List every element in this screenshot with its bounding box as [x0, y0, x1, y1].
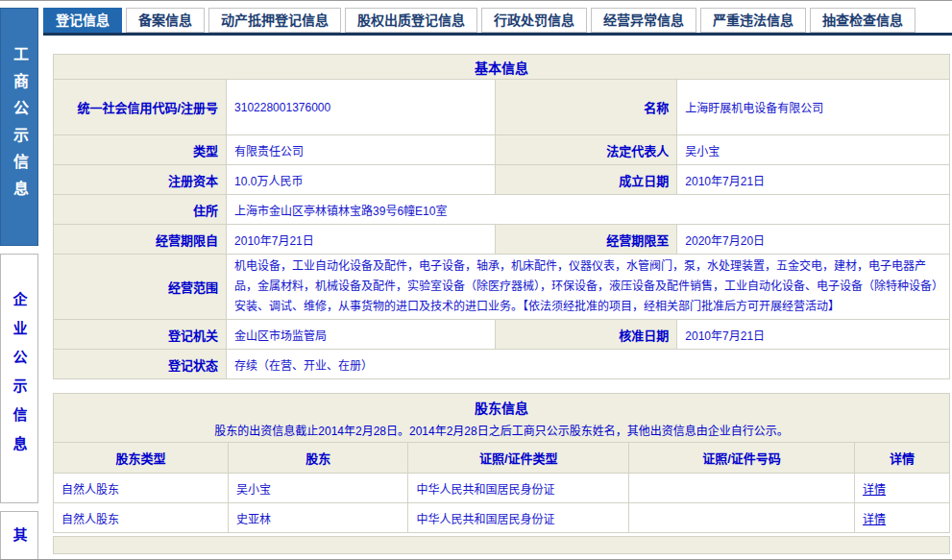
shareholder-cert-number [628, 503, 854, 533]
table-row: 住所 上海市金山区亭林镇林宝路39号6幢E10室 [54, 195, 950, 225]
table-row: 统一社会信用代码/注册号 310228001376000 名称 上海盱展机电设备… [54, 80, 950, 135]
table-row: 自然人股东 吴小宝 中华人民共和国居民身份证 详情 [54, 474, 950, 503]
column-header-cert-type: 证照/证件类型 [408, 443, 629, 474]
tab-bar: 登记信息 备案信息 动产抵押登记信息 股权出质登记信息 行政处罚信息 经营异常信… [43, 8, 952, 33]
table-row: 经营范围 机电设备，工业自动化设备及配件，电子设备，轴承，机床配件，仪器仪表，水… [54, 255, 950, 320]
field-value-reg-capital: 10.0万人民币 [227, 165, 496, 195]
column-header-shareholder: 股东 [228, 443, 408, 474]
field-value-term-to: 2020年7月20日 [677, 225, 950, 255]
detail-link[interactable]: 详情 [863, 513, 886, 526]
tab-filing-info[interactable]: 备案信息 [126, 8, 205, 33]
sidebar-item-enterprise-public-info[interactable]: 企业公示信息 [0, 254, 38, 503]
table-row: 登记状态 存续（在营、开业、在册） [54, 350, 950, 379]
field-label-term-from: 经营期限自 [54, 225, 227, 255]
field-label-approval-date: 核准日期 [495, 320, 676, 350]
field-label-address: 住所 [54, 195, 227, 225]
field-value-scope: 机电设备，工业自动化设备及配件，电子设备，轴承，机床配件，仪器仪表，水管阀门，泵… [227, 255, 950, 320]
shareholders-note: 股东的出资信息截止2014年2月28日。2014年2月28日之后工商只公示股东姓… [63, 422, 940, 438]
field-label-reg-authority: 登记机关 [54, 320, 227, 350]
shareholder-name: 吴小宝 [228, 474, 408, 503]
tab-registration-info[interactable]: 登记信息 [43, 8, 122, 33]
shareholder-name: 史亚林 [228, 503, 408, 533]
sidebar-item-label: 工商公示信息 [8, 46, 31, 207]
next-section-header-partial [53, 536, 950, 554]
field-label-scope: 经营范围 [54, 255, 227, 320]
field-value-est-date: 2010年7月21日 [677, 165, 950, 195]
table-header-row: 股东类型 股东 证照/证件类型 证照/证件号码 详情 [54, 443, 950, 474]
tab-chattel-mortgage-info[interactable]: 动产抵押登记信息 [208, 8, 341, 33]
field-value-legal-rep: 吴小宝 [677, 135, 950, 165]
shareholder-type: 自然人股东 [54, 503, 229, 533]
tab-serious-violation-info[interactable]: 严重违法信息 [700, 8, 806, 33]
field-label-term-to: 经营期限至 [495, 225, 676, 255]
field-value-approval-date: 2010年7月21日 [677, 320, 950, 350]
table-row: 注册资本 10.0万人民币 成立日期 2010年7月21日 [54, 165, 950, 195]
basic-info-table: 基本信息 统一社会信用代码/注册号 310228001376000 名称 上海盱… [53, 54, 950, 379]
detail-link[interactable]: 详情 [863, 483, 886, 497]
shareholder-type: 自然人股东 [54, 474, 229, 503]
field-value-address: 上海市金山区亭林镇林宝路39号6幢E10室 [227, 195, 950, 225]
field-value-reg-authority: 金山区市场监管局 [227, 320, 496, 350]
sidebar-item-other-partial[interactable]: 其 [0, 511, 38, 560]
column-header-cert-number: 证照/证件号码 [628, 443, 854, 474]
field-label-status: 登记状态 [54, 350, 227, 379]
field-label-credit-code: 统一社会信用代码/注册号 [54, 80, 227, 135]
column-header-detail: 详情 [855, 443, 950, 474]
tab-spot-check-info[interactable]: 抽查检查信息 [810, 8, 915, 33]
field-label-est-date: 成立日期 [495, 165, 676, 195]
shareholders-table: 股东信息 股东的出资信息截止2014年2月28日。2014年2月28日之后工商只… [53, 393, 950, 533]
shareholder-cert-type: 中华人民共和国居民身份证 [408, 474, 629, 503]
column-header-shareholder-type: 股东类型 [54, 443, 229, 474]
field-label-legal-rep: 法定代表人 [495, 135, 676, 165]
shareholder-cert-number [628, 474, 854, 503]
shareholders-title: 股东信息 [63, 398, 940, 417]
shareholder-cert-type: 中华人民共和国居民身份证 [408, 503, 629, 533]
field-label-reg-capital: 注册资本 [54, 165, 227, 195]
sidebar-item-business-public-info[interactable]: 工商公示信息 [0, 8, 38, 246]
tab-abnormal-operation-info[interactable]: 经营异常信息 [591, 8, 696, 33]
tabbar-divider [43, 33, 952, 36]
shareholders-header: 股东信息 股东的出资信息截止2014年2月28日。2014年2月28日之后工商只… [54, 394, 950, 443]
field-label-type: 类型 [54, 135, 227, 165]
tab-equity-pledge-info[interactable]: 股权出质登记信息 [345, 8, 477, 33]
field-label-name: 名称 [495, 80, 676, 135]
field-value-type: 有限责任公司 [227, 135, 496, 165]
field-value-name: 上海盱展机电设备有限公司 [677, 80, 950, 135]
table-row: 经营期限自 2010年7月21日 经营期限至 2020年7月20日 [54, 225, 950, 255]
table-row: 类型 有限责任公司 法定代表人 吴小宝 [54, 135, 950, 165]
table-row: 登记机关 金山区市场监管局 核准日期 2010年7月21日 [54, 320, 950, 350]
field-value-term-from: 2010年7月21日 [227, 225, 496, 255]
basic-info-title: 基本信息 [54, 55, 950, 80]
sidebar-item-label: 企业公示信息 [10, 292, 30, 465]
table-row: 自然人股东 史亚林 中华人民共和国居民身份证 详情 [54, 503, 950, 533]
field-value-status: 存续（在营、开业、在册） [227, 350, 950, 379]
sidebar-item-label: 其 [10, 527, 30, 556]
tab-admin-penalty-info[interactable]: 行政处罚信息 [481, 8, 587, 33]
field-value-credit-code: 310228001376000 [227, 80, 496, 135]
